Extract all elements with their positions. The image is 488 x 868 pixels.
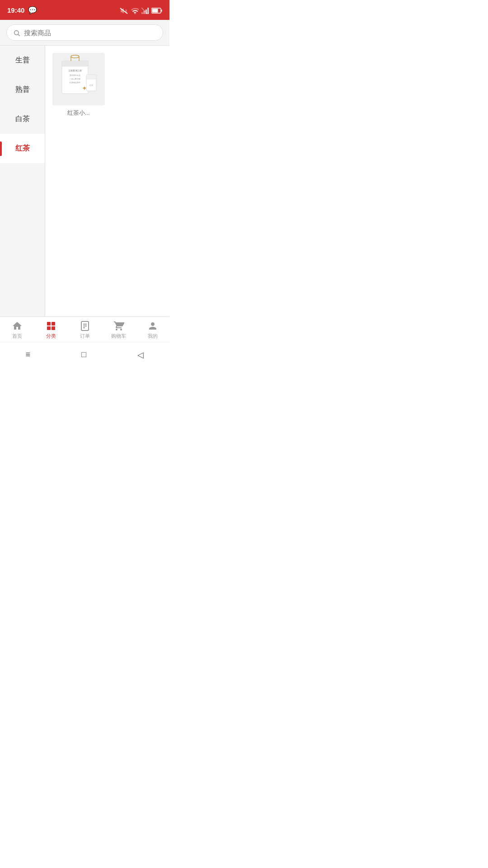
category-sidebar: 生普 熟普 白茶 红茶 — [0, 46, 45, 317]
status-time: 19:40 — [7, 6, 24, 14]
battery-icon — [151, 6, 162, 14]
nav-label-home: 首页 — [12, 333, 22, 340]
home-button[interactable]: □ — [72, 345, 95, 364]
product-image: 云南普洱口茶 普洱茶叶出品 一款山野古树 红茶精品系列 ✦ 红茶 — [52, 53, 105, 105]
nav-item-home[interactable]: 首页 — [0, 316, 34, 342]
main-content: 生普 熟普 白茶 红茶 — [0, 46, 169, 317]
signal-icon — [141, 6, 149, 14]
search-input[interactable] — [24, 29, 156, 37]
svg-text:红茶精品系列: 红茶精品系列 — [70, 81, 80, 84]
nav-item-category[interactable]: 分类 — [34, 316, 68, 342]
nav-item-cart[interactable]: 购物车 — [102, 316, 136, 342]
search-icon — [13, 28, 20, 37]
nav-label-orders: 订单 — [80, 333, 90, 340]
back-button[interactable]: ◁ — [128, 345, 153, 364]
product-area: 云南普洱口茶 普洱茶叶出品 一款山野古树 红茶精品系列 ✦ 红茶 — [45, 46, 169, 317]
svg-rect-24 — [86, 75, 96, 79]
sidebar-item-hongcha[interactable]: 红茶 — [0, 134, 45, 163]
user-icon — [147, 319, 158, 331]
search-input-wrapper[interactable] — [6, 24, 163, 41]
svg-point-10 — [14, 30, 19, 34]
svg-text:普洱茶叶出品: 普洱茶叶出品 — [70, 74, 80, 76]
svg-rect-9 — [152, 9, 158, 13]
status-icons — [120, 6, 162, 14]
nav-label-cart: 购物车 — [111, 333, 126, 340]
sidebar-item-bacha[interactable]: 白茶 — [0, 104, 45, 134]
svg-text:云南普洱口茶: 云南普洱口茶 — [68, 69, 82, 72]
svg-rect-29 — [52, 326, 55, 330]
mute-icon — [120, 6, 128, 14]
svg-line-11 — [18, 34, 20, 36]
svg-rect-14 — [62, 61, 88, 66]
bottom-nav: 首页 分类 订单 购物车 — [0, 316, 169, 342]
grid-icon — [46, 319, 56, 331]
nav-label-mine: 我的 — [148, 333, 158, 340]
svg-text:红茶: 红茶 — [89, 84, 93, 86]
svg-rect-26 — [47, 322, 51, 326]
cart-icon — [113, 319, 124, 331]
menu-button[interactable]: ≡ — [17, 345, 40, 364]
sidebar-item-shoupu[interactable]: 熟普 — [0, 75, 45, 104]
search-bar — [0, 20, 169, 46]
svg-text:一款山野古树: 一款山野古树 — [70, 78, 80, 80]
svg-rect-2 — [141, 12, 143, 14]
svg-rect-5 — [148, 8, 149, 14]
home-icon — [12, 319, 23, 331]
system-bar: ≡ □ ◁ — [0, 342, 169, 367]
orders-icon — [80, 319, 90, 331]
svg-rect-28 — [47, 326, 51, 330]
product-name: 红茶小... — [52, 109, 105, 117]
app-notification-icon: 💬 — [28, 6, 37, 14]
svg-point-1 — [135, 13, 136, 14]
nav-label-category: 分类 — [46, 333, 56, 340]
product-grid: 云南普洱口茶 普洱茶叶出品 一款山野古树 红茶精品系列 ✦ 红茶 — [52, 53, 162, 117]
svg-rect-27 — [52, 322, 55, 326]
nav-item-orders[interactable]: 订单 — [68, 316, 102, 342]
product-card[interactable]: 云南普洱口茶 普洱茶叶出品 一款山野古树 红茶精品系列 ✦ 红茶 — [52, 53, 105, 117]
status-bar: 19:40 💬 — [0, 0, 169, 20]
sidebar-item-shengpu[interactable]: 生普 — [0, 46, 45, 75]
nav-item-mine[interactable]: 我的 — [136, 316, 169, 342]
wifi-icon — [131, 6, 139, 14]
svg-rect-8 — [161, 9, 162, 12]
